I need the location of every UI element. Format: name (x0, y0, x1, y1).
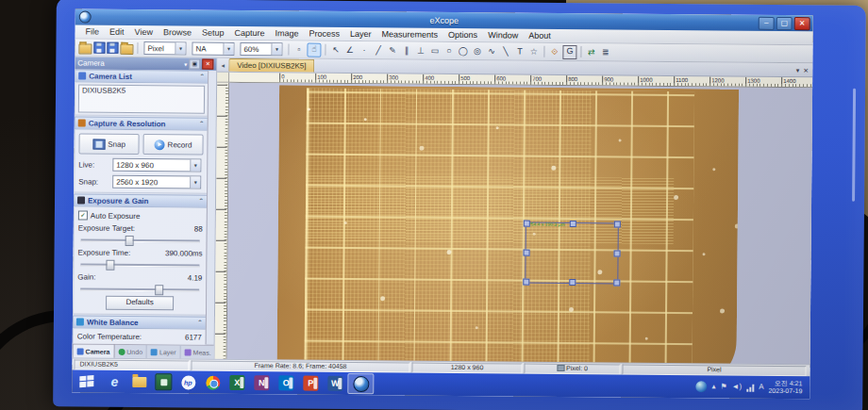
record-button[interactable]: Record (142, 134, 203, 156)
gain-slider[interactable] (78, 284, 201, 293)
start-button-icon[interactable] (79, 374, 94, 388)
menu-view[interactable]: View (130, 27, 158, 37)
select-rect-icon[interactable]: ▫ (292, 43, 305, 56)
annulus-tool-icon[interactable]: ◎ (471, 45, 483, 57)
measure-handle[interactable] (614, 250, 621, 256)
section-header[interactable]: Exposure & Gain ⌃ (74, 193, 208, 207)
unit-combo[interactable]: Pixel ▾ (143, 41, 186, 55)
measure-handle[interactable] (613, 279, 620, 286)
exposure-time-slider[interactable] (78, 259, 201, 269)
exposure-target-slider[interactable] (79, 235, 202, 244)
measure-handle[interactable] (614, 221, 621, 227)
panel-close-icon[interactable]: ✕ (202, 59, 213, 70)
close-button[interactable]: ✕ (794, 17, 810, 30)
collapse-icon[interactable]: ⌃ (198, 198, 204, 205)
hand-tool-icon[interactable]: ☝ (307, 42, 321, 57)
line-tool-icon[interactable]: ╱ (372, 44, 384, 57)
slider-thumb[interactable] (155, 285, 163, 295)
taskbar-excope-active[interactable] (347, 373, 374, 394)
taskbar-excel[interactable]: X (225, 373, 249, 392)
save-all-icon[interactable] (107, 42, 118, 54)
slider-thumb[interactable] (106, 260, 114, 271)
star-tool-icon[interactable]: ☆ (527, 45, 540, 57)
auto-exposure-checkbox[interactable]: ✓ (78, 210, 88, 220)
cursor-tool-icon[interactable]: ↖ (329, 43, 342, 56)
tab-layer[interactable]: Layer (147, 345, 181, 358)
taskbar-outlook[interactable]: O (274, 373, 298, 392)
menu-edit[interactable]: Edit (105, 27, 129, 37)
menu-browse[interactable]: Browse (159, 27, 196, 37)
section-header[interactable]: Capture & Resolution ⌃ (75, 116, 209, 130)
camera-list-box[interactable]: DIXIUSB2K5 (78, 84, 205, 113)
snap-resolution-select[interactable]: 2560 x 1920 ▾ (112, 175, 201, 189)
arrow-tool-icon[interactable]: ╲ (499, 45, 511, 57)
tray-chevron-icon[interactable]: ▴ (711, 382, 715, 391)
scroll-up-icon[interactable]: ▲ (209, 71, 216, 80)
measure-handle[interactable] (524, 250, 530, 256)
objective-combo[interactable]: NA ▾ (192, 42, 234, 56)
dock-pin-icon[interactable]: ▣ (189, 58, 200, 69)
perpendicular-tool-icon[interactable]: ⊥ (414, 44, 426, 57)
menu-process[interactable]: Process (305, 29, 345, 39)
menu-about[interactable]: About (524, 31, 556, 41)
tab-menu-icon[interactable]: ▾ (796, 64, 800, 76)
taskbar-chrome[interactable] (200, 373, 225, 392)
live-video-image[interactable]: 254.4 x 190.3 μm (276, 85, 739, 364)
taskbar-powerpoint[interactable]: P (298, 374, 323, 393)
taskbar-ie[interactable]: e (102, 372, 126, 391)
scrollbar-thumb[interactable] (209, 81, 216, 139)
open-icon[interactable] (78, 43, 92, 54)
chevron-down-icon[interactable]: ▾ (184, 60, 187, 67)
collapse-icon[interactable]: ⌃ (197, 320, 203, 327)
zoom-combo[interactable]: 60% ▾ (240, 42, 282, 56)
tab-camera[interactable]: Camera (73, 343, 115, 357)
measure-handle[interactable] (569, 279, 576, 286)
parallel-tool-icon[interactable]: ∥ (400, 44, 412, 57)
video-canvas[interactable]: 254.4 x 190.3 μm (227, 83, 813, 364)
video-tab[interactable]: Video [DIXIUSB2K5] (228, 58, 314, 73)
taskbar-hp[interactable]: hp (175, 372, 200, 391)
tray-speaker-icon[interactable]: ◄) (732, 383, 743, 392)
browse-folder-icon[interactable] (120, 43, 133, 54)
text-tool-icon[interactable]: T (513, 45, 526, 57)
tray-clock[interactable]: 오전 4:21 2023-07-19 (768, 380, 802, 395)
live-resolution-select[interactable]: 1280 x 960 ▾ (112, 158, 201, 172)
menu-window[interactable]: Window (483, 30, 523, 40)
curve-tool-icon[interactable]: ∿ (485, 45, 497, 57)
taskbar-word[interactable]: W (323, 374, 347, 393)
tray-app-icon[interactable] (695, 381, 707, 392)
section-header[interactable]: Camera List ⌃ (75, 69, 209, 83)
measure-handle[interactable] (570, 221, 576, 227)
swap-icon[interactable]: ⇄ (585, 46, 597, 58)
ellipse-tool-icon[interactable]: ◯ (457, 44, 469, 57)
section-header[interactable]: White Balance ⌃ (73, 315, 207, 329)
measure-handle[interactable] (524, 221, 530, 227)
collapse-icon[interactable]: ⌃ (199, 121, 205, 128)
save-icon[interactable] (93, 42, 105, 54)
tray-flag-icon[interactable]: ⚑ (720, 382, 726, 391)
angle-tool-icon[interactable]: ∠ (343, 43, 356, 56)
snap-button[interactable]: Snap (78, 133, 139, 155)
menu-file[interactable]: File (81, 26, 105, 36)
taskbar-green-app[interactable] (151, 372, 175, 391)
taskbar-onenote[interactable]: N (249, 373, 274, 392)
maximize-button[interactable]: ▢ (776, 16, 793, 29)
grid-icon[interactable]: G (562, 44, 576, 58)
measure-handle[interactable] (523, 279, 529, 286)
tab-undo[interactable]: Undo (114, 345, 147, 358)
menu-image[interactable]: Image (271, 28, 304, 38)
collapse-icon[interactable]: ⌃ (199, 74, 205, 81)
tray-network-icon[interactable] (746, 383, 754, 391)
minimize-button[interactable]: – (759, 16, 775, 29)
flatten-icon[interactable]: ≣ (599, 46, 611, 58)
tab-nav-left-icon[interactable]: ◂ (217, 59, 228, 72)
taskbar-explorer[interactable] (126, 372, 151, 391)
menu-capture[interactable]: Capture (229, 28, 269, 38)
rectangle-tool-icon[interactable]: ▭ (428, 44, 441, 57)
defaults-button[interactable]: Defaults (106, 296, 174, 311)
tray-ime-indicator[interactable]: A (759, 383, 763, 392)
menu-options[interactable]: Options (443, 30, 482, 40)
pencil-tool-icon[interactable]: ✎ (386, 44, 398, 57)
menu-layer[interactable]: Layer (345, 29, 376, 39)
calibrate-icon[interactable]: ⟐ (548, 45, 560, 57)
